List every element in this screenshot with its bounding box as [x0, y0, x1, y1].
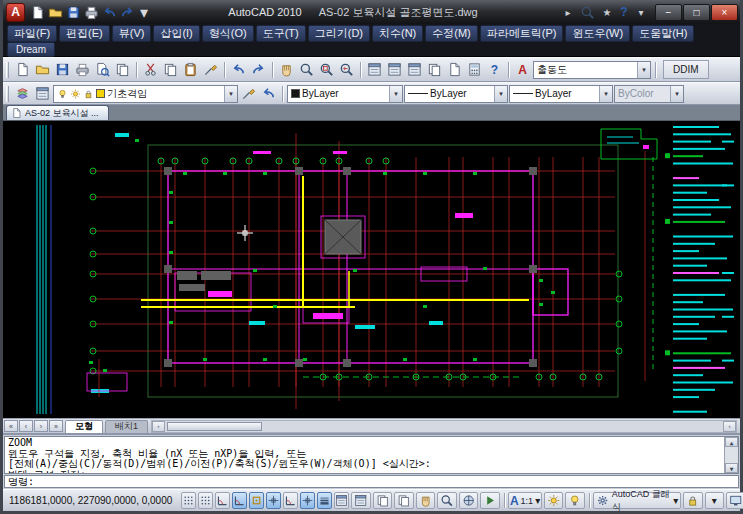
command-scrollbar[interactable]: ▲ ▼: [724, 437, 738, 473]
menu-dream[interactable]: Dream: [7, 42, 55, 57]
next-tab-icon[interactable]: ›: [34, 420, 48, 432]
zoom-realtime-icon[interactable]: [297, 60, 316, 79]
ddim-toolbar-button[interactable]: DDIM: [663, 60, 709, 79]
layer-properties-manager-icon[interactable]: [13, 84, 32, 103]
polar-toggle[interactable]: [232, 492, 247, 509]
open-icon[interactable]: [33, 60, 52, 79]
menu-edit[interactable]: 편집(E): [59, 25, 110, 42]
steering-wheel-icon[interactable]: [459, 492, 478, 509]
document-tab[interactable]: AS-02 보육시설 ...: [6, 105, 109, 120]
markup-set-manager-icon[interactable]: [445, 60, 464, 79]
drawing-canvas[interactable]: [3, 121, 740, 418]
clean-screen-icon[interactable]: [726, 492, 743, 509]
help-chevron-icon[interactable]: ▾: [634, 7, 648, 18]
quickcalc-icon[interactable]: [465, 60, 484, 79]
command-window[interactable]: ZOOM 윈도우 구석을 지정, 축척 비율 (nX 또는 nXP)을 입력, …: [3, 433, 740, 489]
infocenter-search-icon[interactable]: [578, 3, 597, 22]
match-properties-icon[interactable]: [201, 60, 220, 79]
horizontal-scrollbar[interactable]: ‹ ›: [151, 420, 737, 433]
workspace-switcher[interactable]: AutoCAD 클래식 ▾: [593, 492, 681, 509]
qat-save-icon[interactable]: [65, 4, 82, 21]
favorites-star-icon[interactable]: ★: [600, 7, 614, 18]
pan-realtime-icon[interactable]: [277, 60, 296, 79]
layer-combo[interactable]: 기초격임 ▾: [53, 85, 238, 103]
application-menu-button[interactable]: A: [6, 3, 25, 22]
annotation-visibility-icon[interactable]: [544, 492, 563, 509]
menu-modify[interactable]: 수정(M): [425, 25, 478, 42]
menu-help[interactable]: 도움말(H): [632, 25, 694, 42]
toolbar-grip[interactable]: [6, 62, 9, 78]
command-prompt[interactable]: 명령:: [4, 475, 739, 488]
layer-freeze-icon[interactable]: [70, 88, 81, 100]
menu-insert[interactable]: 삽입(I): [153, 25, 199, 42]
model-space-button[interactable]: [351, 492, 370, 509]
chevron-down-icon[interactable]: ▾: [389, 86, 402, 102]
snap-toggle[interactable]: [181, 492, 196, 509]
toolbar-grip[interactable]: [6, 86, 9, 102]
qat-undo-icon[interactable]: [101, 4, 118, 21]
layer-lock-icon[interactable]: [83, 88, 94, 100]
status-menu-chevron-icon[interactable]: ▾: [705, 492, 724, 509]
last-tab-icon[interactable]: »: [49, 420, 63, 432]
publish-icon[interactable]: [113, 60, 132, 79]
dyn-toggle[interactable]: [300, 492, 315, 509]
coordinates-readout[interactable]: 1186181,0000, 227090,0000, 0,0000: [7, 494, 179, 507]
menu-dimension[interactable]: 치수(N): [372, 25, 423, 42]
undo-icon[interactable]: [229, 60, 248, 79]
text-style-icon[interactable]: A: [513, 60, 532, 79]
layer-color-swatch[interactable]: [96, 89, 105, 98]
annotation-scale-button[interactable]: A 1:1 ▾: [508, 492, 541, 509]
dim-style-combo[interactable]: 출동도 ▾: [533, 61, 651, 79]
new-icon[interactable]: [13, 60, 32, 79]
qat-plot-icon[interactable]: [83, 4, 100, 21]
chevron-down-icon[interactable]: ▾: [494, 86, 507, 102]
command-history[interactable]: ZOOM 윈도우 구석을 지정, 축척 비율 (nX 또는 nXP)을 입력, …: [4, 436, 739, 474]
redo-icon[interactable]: [249, 60, 268, 79]
menu-window[interactable]: 윈도우(W): [565, 25, 630, 42]
qat-customize-chevron-icon[interactable]: ▾: [137, 3, 151, 22]
layer-on-icon[interactable]: [57, 88, 68, 100]
plot-preview-icon[interactable]: [93, 60, 112, 79]
model-tab[interactable]: 모형: [65, 420, 103, 433]
layer-previous-icon[interactable]: [259, 84, 278, 103]
zoom-status-icon[interactable]: [437, 492, 456, 509]
designcenter-icon[interactable]: [385, 60, 404, 79]
menu-draw[interactable]: 그리기(D): [308, 25, 370, 42]
first-tab-icon[interactable]: «: [4, 420, 18, 432]
previous-tab-icon[interactable]: ‹: [19, 420, 33, 432]
scrollbar-thumb[interactable]: [167, 422, 262, 431]
copy-icon[interactable]: [161, 60, 180, 79]
tool-palettes-icon[interactable]: [405, 60, 424, 79]
cut-icon[interactable]: [141, 60, 160, 79]
otrack-toggle[interactable]: [266, 492, 281, 509]
scroll-down-icon[interactable]: ▼: [725, 463, 738, 473]
menu-file[interactable]: 파일(F): [7, 25, 57, 42]
menu-parametric[interactable]: 파라메트릭(P): [480, 25, 564, 42]
chevron-down-icon[interactable]: ▾: [637, 62, 650, 78]
paste-icon[interactable]: [181, 60, 200, 79]
layout1-tab[interactable]: 배치1: [105, 420, 148, 433]
scroll-right-icon[interactable]: ›: [723, 421, 736, 432]
help-toolbar-icon[interactable]: ?: [485, 60, 504, 79]
chevron-down-icon[interactable]: ▾: [599, 86, 612, 102]
toolbar-lock-icon[interactable]: [683, 492, 702, 509]
qat-open-icon[interactable]: [47, 4, 64, 21]
make-object-layer-current-icon[interactable]: [239, 84, 258, 103]
qp-toggle[interactable]: [334, 492, 349, 509]
annotation-autoscale-icon[interactable]: [565, 492, 584, 509]
ducs-toggle[interactable]: [283, 492, 298, 509]
maximize-button[interactable]: □: [683, 4, 710, 21]
zoom-window-icon[interactable]: [317, 60, 336, 79]
minimize-button[interactable]: −: [655, 4, 682, 21]
lineweight-combo[interactable]: ByLayer ▾: [509, 85, 613, 103]
scroll-up-icon[interactable]: ▲: [725, 437, 738, 447]
quick-view-layouts-icon[interactable]: [373, 492, 392, 509]
quick-view-drawings-icon[interactable]: [394, 492, 413, 509]
menu-tools[interactable]: 도구(T): [256, 25, 306, 42]
lwt-toggle[interactable]: [317, 492, 332, 509]
properties-palette-icon[interactable]: [365, 60, 384, 79]
qat-new-icon[interactable]: [29, 4, 46, 21]
qat-redo-icon[interactable]: [119, 4, 136, 21]
showmotion-icon[interactable]: [480, 492, 499, 509]
grid-toggle[interactable]: [198, 492, 213, 509]
